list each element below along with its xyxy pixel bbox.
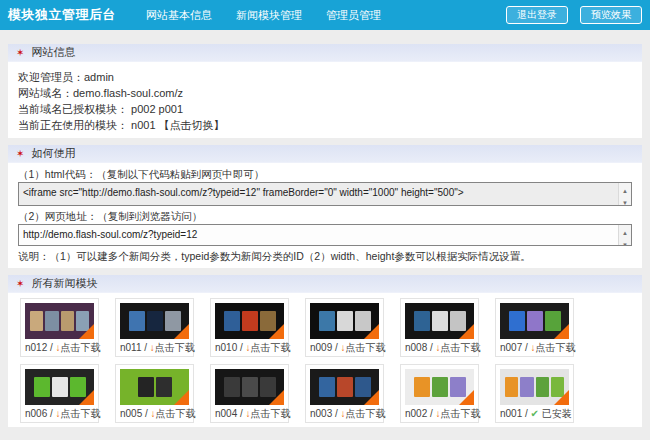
textarea-scrollbar[interactable]: ▲▼ xyxy=(618,183,631,205)
module-label: n009 / ↓点击下载 xyxy=(310,342,379,353)
module-thumbnail xyxy=(405,303,474,339)
module-label: n008 / ↓点击下载 xyxy=(405,342,474,353)
module-card-n009[interactable]: n009 / ↓点击下载 xyxy=(305,298,384,357)
module-card-n001[interactable]: n001 / ✔ 已安装 xyxy=(495,364,574,423)
module-action-label[interactable]: 点击下载 xyxy=(156,408,196,419)
module-card-n010[interactable]: n010 / ↓点击下载 xyxy=(210,298,289,357)
corner-ribbon-icon xyxy=(174,324,189,339)
check-icon: ✔ xyxy=(531,408,542,419)
star-icon: ✶ xyxy=(16,48,24,58)
module-card-n003[interactable]: n003 / ↓点击下载 xyxy=(305,364,384,423)
thumbnail-content-block xyxy=(224,377,240,397)
thumbnail-content-block xyxy=(414,377,430,397)
nav-item-news-module-management[interactable]: 新闻模块管理 xyxy=(236,8,302,23)
star-icon: ✶ xyxy=(16,149,24,159)
star-icon: ✶ xyxy=(16,279,24,289)
module-action-label[interactable]: 点击下载 xyxy=(536,342,576,353)
module-action-label[interactable]: 点击下载 xyxy=(155,342,195,353)
module-action-label[interactable]: 点击下载 xyxy=(346,408,386,419)
module-label: n003 / ↓点击下载 xyxy=(310,408,379,419)
module-thumbnail xyxy=(25,303,94,339)
module-id: n001 xyxy=(500,408,522,419)
thumbnail-content-block xyxy=(432,377,448,397)
module-card-n004[interactable]: n004 / ↓点击下载 xyxy=(210,364,289,423)
module-thumbnail xyxy=(500,369,569,405)
module-action-label[interactable]: 点击下载 xyxy=(61,408,101,419)
module-label: n002 / ↓点击下载 xyxy=(405,408,474,419)
page-url-textarea[interactable]: http://demo.flash-soul.com/z?typeid=12 ▲… xyxy=(18,224,632,246)
module-action-label[interactable]: 已安装 xyxy=(542,408,572,419)
scroll-down-icon[interactable]: ▼ xyxy=(622,239,628,246)
module-action-label[interactable]: 点击下载 xyxy=(441,342,481,353)
module-action-label[interactable]: 点击下载 xyxy=(441,408,481,419)
thumbnail-content-block xyxy=(156,377,172,397)
thumbnail-content-block xyxy=(509,311,525,331)
nav-item-admin-management[interactable]: 管理员管理 xyxy=(326,8,381,23)
top-navigation: 网站基本信息 新闻模块管理 管理员管理 xyxy=(146,8,381,23)
module-id: n006 xyxy=(25,408,47,419)
usage-title: 如何使用 xyxy=(31,146,75,161)
module-id: n007 xyxy=(500,342,522,353)
module-thumbnail xyxy=(215,303,284,339)
thumbnail-content-block xyxy=(129,311,145,331)
switch-module-link[interactable]: 【点击切换】 xyxy=(159,119,225,131)
thumbnail-content-block xyxy=(527,311,543,331)
html-code-textarea[interactable]: <iframe src="http://demo.flash-soul.com/… xyxy=(18,182,632,206)
module-action-label[interactable]: 点击下载 xyxy=(251,408,291,419)
module-separator: / xyxy=(427,342,435,353)
modules-header: ✶ 所有新闻模块 xyxy=(8,275,642,293)
module-card-n005[interactable]: n005 / ↓点击下载 xyxy=(115,364,194,423)
current-module-line: 当前正在使用的模块： n001 【点击切换】 xyxy=(18,117,632,133)
site-info-panel: ✶ 网站信息 欢迎管理员：admin 网站域名：demo.flash-soul.… xyxy=(8,44,642,138)
corner-ribbon-icon xyxy=(364,324,379,339)
module-label: n007 / ↓点击下载 xyxy=(500,342,569,353)
corner-ribbon-icon xyxy=(364,390,379,405)
modules-title: 所有新闻模块 xyxy=(31,276,97,291)
thumbnail-content-block xyxy=(337,377,353,397)
thumbnail-content-block xyxy=(242,377,258,397)
module-action-label[interactable]: 点击下载 xyxy=(346,342,386,353)
module-separator: / xyxy=(237,408,245,419)
scroll-down-icon[interactable]: ▼ xyxy=(622,197,628,206)
textarea-scrollbar[interactable]: ▲▼ xyxy=(618,225,631,245)
thumbnail-content-block xyxy=(242,311,258,331)
module-thumbnail xyxy=(120,303,189,339)
module-card-n011[interactable]: n011 / ↓点击下载 xyxy=(115,298,194,357)
module-card-n002[interactable]: n002 / ↓点击下载 xyxy=(400,364,479,423)
module-label: n006 / ↓点击下载 xyxy=(25,408,94,419)
logout-button[interactable]: 退出登录 xyxy=(506,6,568,24)
module-id: n005 xyxy=(120,408,142,419)
module-action-label[interactable]: 点击下载 xyxy=(251,342,291,353)
module-separator: / xyxy=(142,408,150,419)
module-separator: / xyxy=(522,342,530,353)
module-separator: / xyxy=(47,342,55,353)
module-card-n012[interactable]: n012 / ↓点击下载 xyxy=(20,298,99,357)
module-separator: / xyxy=(47,408,55,419)
thumbnail-content-block xyxy=(45,311,58,331)
module-separator: / xyxy=(427,408,435,419)
nav-item-site-basic-info[interactable]: 网站基本信息 xyxy=(146,8,212,23)
module-card-n008[interactable]: n008 / ↓点击下载 xyxy=(400,298,479,357)
welcome-admin-line: 欢迎管理员：admin xyxy=(18,69,632,85)
thumbnail-content-block xyxy=(414,311,430,331)
thumbnail-content-block xyxy=(505,377,518,397)
page-url-value: http://demo.flash-soul.com/z?typeid=12 xyxy=(23,229,197,240)
preview-button[interactable]: 预览效果 xyxy=(580,6,642,24)
corner-ribbon-icon xyxy=(269,324,284,339)
module-card-n007[interactable]: n007 / ↓点击下载 xyxy=(495,298,574,357)
site-domain-line: 网站域名：demo.flash-soul.com/z xyxy=(18,85,632,101)
scroll-up-icon[interactable]: ▲ xyxy=(622,185,628,197)
thumbnail-content-block xyxy=(319,377,335,397)
page-url-label: （2）网页地址：（复制到浏览器访问） xyxy=(18,209,632,223)
usage-body: （1）html代码：（复制以下代码粘贴到网页中即可） <iframe src="… xyxy=(8,163,642,268)
thumbnail-content-block xyxy=(337,311,353,331)
thumbnail-content-block xyxy=(30,311,43,331)
module-action-label[interactable]: 点击下载 xyxy=(61,342,101,353)
thumbnail-content-block xyxy=(52,377,68,397)
module-label: n004 / ↓点击下载 xyxy=(215,408,284,419)
scroll-up-icon[interactable]: ▲ xyxy=(622,227,628,239)
module-card-n006[interactable]: n006 / ↓点击下载 xyxy=(20,364,99,423)
module-separator: / xyxy=(237,342,245,353)
module-id: n003 xyxy=(310,408,332,419)
app-title: 模块独立管理后台 xyxy=(8,6,116,24)
